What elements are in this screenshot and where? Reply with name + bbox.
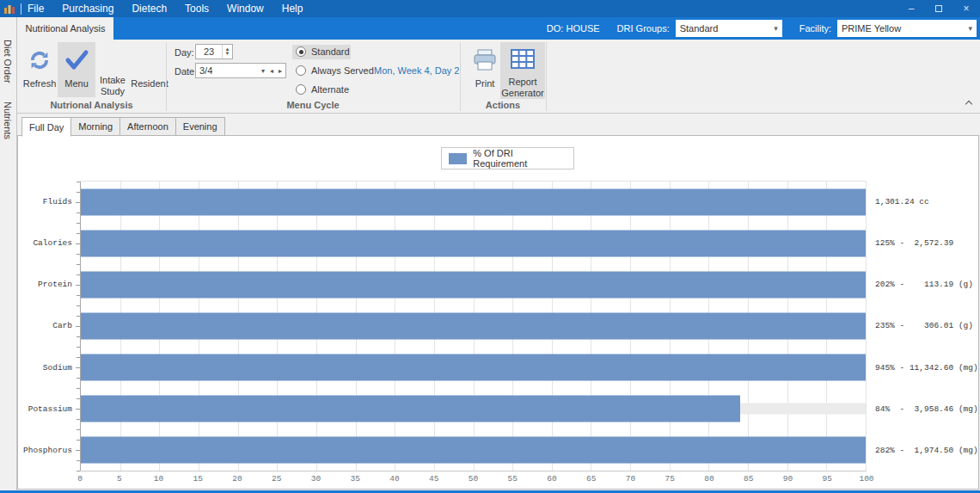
bar-row [81,429,866,471]
radio-alternate[interactable]: Alternate [296,84,349,95]
date-value: 3/4 [199,65,212,76]
group-label-nutritional-analysis: Nutrional Analysis [17,100,166,110]
day-value: 23 [196,45,222,59]
bar-row [81,223,866,264]
bar-potassium[interactable] [81,396,740,422]
y-tick [77,471,80,471]
value-label: 84% - 3,958.46 (mg) [875,388,978,429]
x-tick-label: 0 [77,474,83,484]
app-logo-icon [3,3,15,15]
bar-row [81,264,866,305]
y-tick [77,192,80,193]
x-tick-label: 75 [665,474,675,484]
tab-evening[interactable]: Evening [176,117,225,136]
ribbon-tab-row: Nutritional Analysis DO: HOUSE DRI Group… [17,17,980,40]
plot-area [80,181,867,471]
y-tick [77,305,80,306]
menu-button[interactable]: Menu [58,42,95,97]
docked-panel-strip: Diet Order Nutrients [0,17,17,490]
group-label-menu-cycle: Menu Cycle [166,100,460,110]
dri-groups-select[interactable]: Standard ▾ [676,20,782,37]
menu-help[interactable]: Help [282,3,303,15]
menu-dietech[interactable]: Dietech [132,3,167,15]
spinner-arrows-icon[interactable]: ▲▼ [222,45,232,59]
restore-button-icon[interactable] [925,0,952,17]
bar-calories[interactable] [81,231,866,257]
refresh-button[interactable]: Refresh [21,42,58,97]
category-labels: FluidsCaloriesProteinCarbSodiumPotassium… [17,181,74,471]
titlebar-separator [21,3,21,15]
bar-row [81,347,866,388]
value-labels: 1,301.24 cc125% - 2,572.39202% - 113.19 … [875,181,979,471]
category-label: Potassium [17,388,72,429]
x-tick-label: 30 [311,474,321,484]
y-tick [77,419,80,420]
y-tick [76,285,80,286]
facility-select[interactable]: PRIME Yellow ▾ [837,20,977,37]
collapse-ribbon-icon[interactable] [965,101,972,108]
do-house-label: DO: HOUSE [547,23,600,34]
date-combo[interactable]: 3/4 ▾ ◂ ▸ [195,63,286,78]
y-tick [77,264,80,265]
category-label: Fluids [17,181,72,222]
minimize-button-icon[interactable]: – [897,0,925,17]
next-day-icon[interactable]: ▸ [279,67,282,75]
chevron-down-icon[interactable]: ▾ [261,67,265,75]
checkmark-icon [64,42,89,78]
tab-morning[interactable]: Morning [71,117,120,136]
radio-button-icon [296,84,306,95]
y-tick [77,440,80,441]
bar-fluids[interactable] [81,189,866,216]
table-grid-icon [510,42,536,77]
x-tick-label: 70 [626,474,635,484]
radio-standard-label: Standard [311,46,350,57]
day-stepper[interactable]: 23 ▲▼ [195,44,233,59]
bar-carb[interactable] [81,313,866,340]
radio-always-served[interactable]: Always Served [296,65,374,76]
x-tick-label: 15 [193,474,203,484]
bar-sodium[interactable] [81,354,866,381]
category-label: Carb [17,305,72,347]
intake-study-button[interactable]: Intake Study [95,42,130,97]
y-tick [76,202,80,203]
menu-window[interactable]: Window [227,3,264,15]
report-generator-button[interactable]: Report Generator [500,42,545,99]
y-tick [76,367,80,368]
chevron-down-icon: ▾ [774,24,778,33]
resident-label: Resident [131,78,168,89]
titlebar: File Purchasing Dietech Tools Window Hel… [0,0,980,17]
close-button-icon[interactable]: × [952,0,980,17]
category-label: Protein [17,264,72,305]
window-controls: – × [897,0,980,17]
bar-protein[interactable] [81,272,866,299]
refresh-icon [27,42,52,78]
radio-standard[interactable]: Standard [296,46,350,57]
resident-button[interactable]: Resident [130,42,169,97]
view-tabs: Full Day Morning Afternoon Evening [21,117,225,136]
refresh-label: Refresh [23,78,57,89]
printer-icon [472,42,498,78]
menu-purchasing[interactable]: Purchasing [62,3,113,15]
y-tick [77,357,80,358]
y-tick [76,409,80,410]
value-label: 202% - 113.19 (g) [875,264,973,305]
y-tick [77,336,80,337]
print-button[interactable]: Print [468,42,502,97]
ribbon-tab-nutritional-analysis[interactable]: Nutritional Analysis [17,17,113,40]
bar-phosphorus[interactable] [81,437,866,464]
x-tick-label: 60 [547,474,556,484]
tab-afternoon[interactable]: Afternoon [120,117,176,136]
group-label-actions: Actions [460,100,546,110]
bar-row [81,182,866,223]
side-tab-nutrients[interactable]: Nutrients [3,102,13,139]
x-tick-label: 90 [783,474,793,484]
x-tick-label: 20 [232,474,242,484]
x-tick-label: 80 [704,474,714,484]
dri-groups-value: Standard [680,23,719,34]
menu-tools[interactable]: Tools [185,3,209,15]
date-label: Date: [175,66,197,77]
menu-file[interactable]: File [28,3,44,15]
tab-full-day[interactable]: Full Day [21,117,71,137]
prev-day-icon[interactable]: ◂ [270,67,273,75]
side-tab-diet-order[interactable]: Diet Order [3,40,13,83]
